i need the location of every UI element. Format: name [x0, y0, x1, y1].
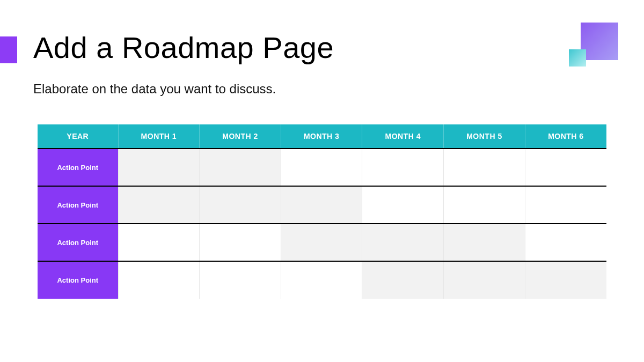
table-cell: [118, 224, 200, 261]
table-cell: [525, 224, 606, 261]
table-row: Action Point: [38, 261, 606, 299]
table-row: Action Point: [38, 224, 606, 261]
row-label: Action Point: [38, 186, 118, 224]
table-cell: [444, 149, 525, 186]
accent-bar: [0, 36, 17, 63]
header-month-6: MONTH 6: [525, 124, 606, 149]
table-cell: [362, 149, 444, 186]
table-cell: [118, 261, 200, 299]
table-cell: [200, 149, 281, 186]
table-cell: [281, 224, 362, 261]
table-cell: [118, 149, 200, 186]
table-cell: [444, 186, 525, 224]
table-cell: [200, 186, 281, 224]
table-cell: [281, 149, 362, 186]
table-cell: [525, 261, 606, 299]
table-cell: [118, 186, 200, 224]
header-month-4: MONTH 4: [362, 124, 444, 149]
page-subtitle: Elaborate on the data you want to discus…: [33, 82, 276, 97]
row-label: Action Point: [38, 224, 118, 261]
table-cell: [200, 224, 281, 261]
table-cell: [362, 261, 444, 299]
table-cell: [281, 186, 362, 224]
row-label: Action Point: [38, 261, 118, 299]
header-month-1: MONTH 1: [118, 124, 200, 149]
header-month-2: MONTH 2: [200, 124, 281, 149]
header-year: YEAR: [38, 124, 118, 149]
table-cell: [362, 224, 444, 261]
roadmap-table: YEAR MONTH 1 MONTH 2 MONTH 3 MONTH 4 MON…: [38, 124, 606, 299]
table-cell: [281, 261, 362, 299]
table-cell: [525, 186, 606, 224]
header-month-5: MONTH 5: [444, 124, 525, 149]
table-cell: [362, 186, 444, 224]
header-month-3: MONTH 3: [281, 124, 362, 149]
row-label: Action Point: [38, 149, 118, 186]
table-cell: [444, 224, 525, 261]
decorative-square-small: [569, 49, 586, 67]
roadmap-table-container: YEAR MONTH 1 MONTH 2 MONTH 3 MONTH 4 MON…: [38, 124, 606, 299]
decorative-square-large: [581, 23, 618, 60]
page-title: Add a Roadmap Page: [33, 30, 334, 65]
table-row: Action Point: [38, 149, 606, 186]
table-cell: [525, 149, 606, 186]
table-row: Action Point: [38, 186, 606, 224]
table-cell: [200, 261, 281, 299]
table-header-row: YEAR MONTH 1 MONTH 2 MONTH 3 MONTH 4 MON…: [38, 124, 606, 149]
table-cell: [444, 261, 525, 299]
